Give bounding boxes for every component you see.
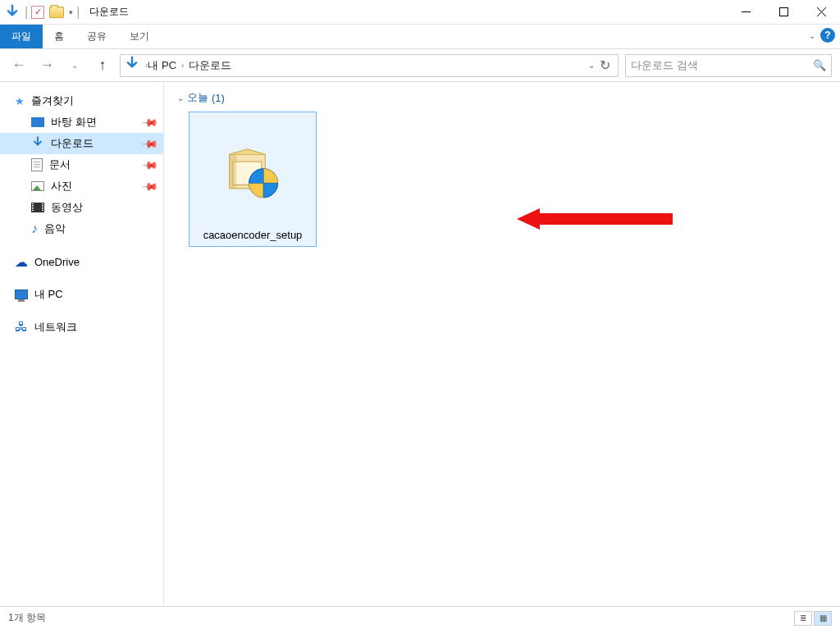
download-arrow-icon[interactable] xyxy=(3,3,21,21)
file-item[interactable]: cacaoencoder_setup xyxy=(189,112,317,247)
pin-icon: 📌 xyxy=(141,113,159,131)
back-button[interactable]: ← xyxy=(8,55,30,76)
icons-view-button[interactable]: ▦ xyxy=(814,611,832,626)
sidebar-item-pictures[interactable]: 사진 📌 xyxy=(0,175,163,197)
address-history-icon[interactable]: ⌄ xyxy=(588,61,595,70)
desktop-icon xyxy=(31,117,44,127)
status-bar: 1개 항목 ≣ ▦ xyxy=(0,606,840,629)
group-count: (1) xyxy=(212,92,225,104)
group-header-today[interactable]: ⌄ 오늘 (1) xyxy=(177,90,833,105)
breadcrumb-thispc[interactable]: 내 PC xyxy=(148,58,176,73)
sidebar-item-music[interactable]: ♪ 음악 xyxy=(0,218,163,239)
title-bar: | ✓ ▾ | 다운로드 xyxy=(0,0,840,25)
music-icon: ♪ xyxy=(31,221,38,236)
sidebar-item-videos[interactable]: 동영상 xyxy=(0,197,163,218)
svg-rect-0 xyxy=(742,11,751,12)
qat-separator-2: | xyxy=(76,5,80,20)
file-name: cacaoencoder_setup xyxy=(189,229,316,241)
annotation-arrow xyxy=(517,207,673,235)
search-placeholder: 다운로드 검색 xyxy=(631,58,698,73)
pin-icon: 📌 xyxy=(141,134,159,153)
chevron-right-icon[interactable]: › xyxy=(181,61,184,70)
sidebar-item-label: OneDrive xyxy=(34,256,80,268)
installer-icon xyxy=(189,112,316,229)
refresh-button[interactable]: ↻ xyxy=(595,57,614,73)
network-icon: 🖧 xyxy=(15,320,28,335)
sidebar-item-desktop[interactable]: 바탕 화면 📌 xyxy=(0,112,163,133)
sidebar-quick-access[interactable]: ★ 즐겨찾기 xyxy=(0,90,163,112)
sidebar-item-label: 동영상 xyxy=(51,200,83,215)
details-view-button[interactable]: ≣ xyxy=(794,611,812,626)
minimize-button[interactable] xyxy=(727,0,765,25)
search-input[interactable]: 다운로드 검색 🔍 xyxy=(625,54,832,77)
navigation-bar: ← → ⌄ ↑ › 내 PC › 다운로드 ⌄ ↻ 다운로드 검색 🔍 xyxy=(0,49,840,82)
window-controls xyxy=(727,0,840,25)
sidebar-network[interactable]: 🖧 네트워크 xyxy=(0,317,163,338)
help-icon[interactable]: ? xyxy=(820,28,835,43)
group-name: 오늘 xyxy=(187,90,208,105)
breadcrumb-downloads[interactable]: 다운로드 xyxy=(189,58,231,73)
close-button[interactable] xyxy=(802,0,840,25)
svg-rect-4 xyxy=(230,154,237,189)
pc-icon xyxy=(15,289,28,299)
address-bar[interactable]: › 내 PC › 다운로드 ⌄ ↻ xyxy=(120,54,619,77)
tab-file[interactable]: 파일 xyxy=(0,25,43,48)
sidebar-item-label: 바탕 화면 xyxy=(51,115,97,130)
sidebar-thispc[interactable]: 내 PC xyxy=(0,284,163,305)
folder-icon xyxy=(48,3,66,21)
pin-icon: 📌 xyxy=(141,156,159,174)
file-list-view[interactable]: ⌄ 오늘 (1) cacaoencod xyxy=(164,82,840,606)
download-folder-icon xyxy=(124,56,140,75)
qat-dropdown-icon[interactable]: ▾ xyxy=(69,8,73,16)
sidebar-item-label: 내 PC xyxy=(34,287,63,302)
main-area: ★ 즐겨찾기 바탕 화면 📌 다운로드 📌 문서 📌 사진 📌 xyxy=(0,82,840,606)
document-icon xyxy=(31,158,43,171)
ribbon: 파일 홈 공유 보기 ⌄ ? xyxy=(0,25,840,49)
checkbox-icon[interactable]: ✓ xyxy=(31,6,44,19)
sidebar-onedrive[interactable]: ☁ OneDrive xyxy=(0,251,163,272)
maximize-button[interactable] xyxy=(765,0,802,25)
sidebar-item-downloads[interactable]: 다운로드 📌 xyxy=(0,133,163,154)
sidebar-item-label: 문서 xyxy=(49,157,71,172)
tab-share[interactable]: 공유 xyxy=(75,25,118,48)
qat: | ✓ ▾ | 다운로드 xyxy=(0,3,129,21)
sidebar-item-label: 네트워크 xyxy=(34,320,77,335)
forward-button[interactable]: → xyxy=(36,55,57,76)
status-item-count: 1개 항목 xyxy=(8,611,46,625)
sidebar-item-label: 음악 xyxy=(44,221,66,236)
qat-separator: | xyxy=(25,5,28,20)
sidebar-item-documents[interactable]: 문서 📌 xyxy=(0,154,163,175)
cloud-icon: ☁ xyxy=(15,254,28,270)
recent-dropdown-icon[interactable]: ⌄ xyxy=(64,55,85,76)
search-icon[interactable]: 🔍 xyxy=(813,59,826,71)
videos-icon xyxy=(31,203,44,212)
tab-view[interactable]: 보기 xyxy=(118,25,161,48)
up-button[interactable]: ↑ xyxy=(92,55,113,76)
sidebar-item-label: 사진 xyxy=(51,179,72,194)
sidebar-item-label: 즐겨찾기 xyxy=(31,93,74,108)
pictures-icon xyxy=(31,181,44,191)
svg-marker-6 xyxy=(517,208,540,230)
sidebar-item-label: 다운로드 xyxy=(51,136,94,151)
ribbon-collapse-icon[interactable]: ⌄ xyxy=(809,31,815,40)
star-icon: ★ xyxy=(15,95,25,107)
navigation-pane: ★ 즐겨찾기 바탕 화면 📌 다운로드 📌 문서 📌 사진 📌 xyxy=(0,82,164,606)
tab-home[interactable]: 홈 xyxy=(43,25,75,48)
download-arrow-icon xyxy=(31,136,44,152)
window-title: 다운로드 xyxy=(89,5,129,19)
svg-rect-1 xyxy=(779,8,788,16)
pin-icon: 📌 xyxy=(141,177,159,195)
chevron-down-icon[interactable]: ⌄ xyxy=(177,93,184,103)
